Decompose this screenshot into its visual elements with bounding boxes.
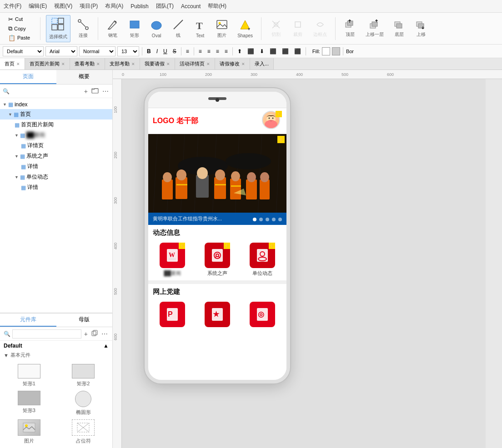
select-tool-button[interactable]: 选择模式: [46, 15, 70, 42]
comp-copy-button[interactable]: [90, 329, 99, 338]
style-select[interactable]: Default: [3, 46, 44, 56]
tab-leave-close[interactable]: ✕: [166, 62, 170, 66]
paste-button[interactable]: 📋Paste: [6, 34, 32, 42]
tab-branch-close[interactable]: ✕: [131, 62, 135, 66]
icon-item-yaowen[interactable]: ⚡ W ██要闻: [152, 243, 193, 277]
icon-item-party2[interactable]: ★: [197, 302, 238, 327]
tab-leave-edit[interactable]: 请假修改 ✕: [215, 58, 250, 70]
tab-news[interactable]: 首页图片新闻 ✕: [25, 58, 70, 70]
tab-input[interactable]: 录入...: [250, 58, 274, 70]
pen-icon: [106, 18, 119, 32]
spacing-button[interactable]: ⬛: [280, 47, 291, 55]
tab-attendance-close[interactable]: ✕: [96, 62, 100, 66]
menu-publish[interactable]: Publish: [131, 3, 148, 10]
tab-news-close[interactable]: ✕: [61, 62, 65, 66]
comp-item-rect2[interactable]: 矩形2: [58, 364, 109, 387]
list-button[interactable]: ≡: [184, 47, 191, 55]
menu-project[interactable]: 项目(P): [80, 2, 98, 10]
image-tool-button[interactable]: 图片: [213, 16, 231, 40]
comp-item-rect1[interactable]: 矩形1: [4, 364, 55, 387]
shapes-tool-button[interactable]: ▾ Shapes: [235, 17, 256, 40]
crop-button[interactable]: 裁剪: [289, 17, 307, 40]
text-tool-button[interactable]: T Text: [191, 17, 209, 40]
fill-color-box[interactable]: [322, 47, 330, 55]
fill-color-box2[interactable]: [332, 47, 340, 55]
tab-leave-edit-close[interactable]: ✕: [241, 62, 245, 66]
copy-button[interactable]: ⧉Copy: [6, 24, 32, 33]
align-left-button[interactable]: ≡: [197, 47, 204, 55]
tab-homepage[interactable]: 首页 ✕: [0, 58, 25, 70]
comp-search-input[interactable]: [12, 329, 81, 338]
weight-select[interactable]: Normal: [79, 46, 115, 56]
panel-add-folder-button[interactable]: [90, 86, 100, 96]
tree-item-detail2[interactable]: ▦ 详情: [0, 161, 112, 172]
canvas-inner: LOGO 老干部: [122, 79, 486, 448]
comp-item-image[interactable]: 图片: [4, 419, 55, 444]
menu-file[interactable]: 文件(F): [4, 2, 21, 10]
icon-item-party3[interactable]: ◎: [241, 302, 283, 327]
strikethrough-button[interactable]: S: [171, 47, 178, 55]
tab-attendance[interactable]: 查看考勤 ✕: [70, 58, 105, 70]
valign-middle-button[interactable]: ⬛: [246, 47, 256, 55]
size-select[interactable]: 13: [117, 46, 139, 56]
tab-activity-close[interactable]: ✕: [206, 62, 210, 66]
comp-tab-master[interactable]: 母版: [56, 314, 113, 327]
italic-button[interactable]: I: [155, 47, 160, 55]
panel-add-page-button[interactable]: +: [83, 87, 89, 96]
menu-account[interactable]: Account: [181, 3, 201, 10]
canvas-scroll[interactable]: LOGO 老干部: [122, 79, 502, 448]
menu-team[interactable]: 团队(T): [156, 2, 174, 10]
icon-item-party1[interactable]: P: [152, 302, 193, 327]
line-tool-button[interactable]: 线: [169, 16, 187, 40]
align-right-button[interactable]: ≡: [214, 47, 221, 55]
move-up-button[interactable]: 上移一层: [363, 17, 387, 40]
menu-view[interactable]: 视图(V): [54, 2, 72, 10]
valign-bottom-button[interactable]: ⬇: [258, 47, 266, 55]
cut-button[interactable]: ✂Cut: [6, 15, 32, 24]
tree-item-voice[interactable]: ▼ ▦ 系统之声: [0, 151, 112, 161]
font-select[interactable]: Arial: [45, 46, 77, 56]
underline-button[interactable]: U: [161, 47, 169, 55]
tree-item-index[interactable]: ▼ ▦ index: [0, 100, 112, 109]
tree-item-homepage[interactable]: ▼ ▦ 首页: [0, 109, 112, 119]
spacing2-button[interactable]: ⬛: [292, 47, 303, 55]
menu-layout[interactable]: 布局(A): [105, 2, 123, 10]
pen-tool-button[interactable]: 钢笔: [104, 16, 122, 40]
comp-item-placeholder[interactable]: 占位符: [58, 419, 109, 444]
comp-section-default[interactable]: Default ▲: [0, 341, 112, 351]
tree-item-detail1[interactable]: ▦ 详情页: [0, 140, 112, 151]
tree-item-news[interactable]: ▦ 首页图片新闻: [0, 119, 112, 130]
bold-button[interactable]: B: [145, 47, 153, 55]
panel-tab-pages[interactable]: 页面: [0, 70, 56, 84]
bottom-layer-button[interactable]: 底层: [390, 17, 408, 40]
icon-item-voice[interactable]: ⚡ 系统之声: [197, 243, 238, 277]
tree-item-unit[interactable]: ▼ ▦ 单位动态: [0, 172, 112, 182]
tab-homepage-close[interactable]: ✕: [16, 62, 20, 66]
comp-more-button[interactable]: ⋯: [100, 329, 109, 338]
comp-item-circle[interactable]: 椭圆形: [58, 391, 109, 416]
oval-tool-button[interactable]: Oval: [147, 17, 166, 40]
menu-edit[interactable]: 编辑(E): [29, 2, 47, 10]
menu-help[interactable]: 帮助(H): [208, 2, 226, 10]
distribute-button[interactable]: ⬛: [268, 47, 278, 55]
rect-tool-button[interactable]: 矩形: [126, 16, 144, 40]
connect-tool-button[interactable]: 连接: [74, 16, 92, 40]
valign-top-button[interactable]: ⬆: [236, 47, 244, 55]
tab-activity[interactable]: 活动详情页 ✕: [175, 58, 215, 70]
comp-item-rect3[interactable]: 矩形3: [4, 391, 55, 416]
border-button[interactable]: 边框点: [311, 17, 330, 40]
align-justify-button[interactable]: ≡: [223, 47, 230, 55]
move-down-button[interactable]: 上移: [412, 17, 430, 40]
align-center-button[interactable]: ≡: [206, 47, 212, 55]
comp-add-button[interactable]: +: [83, 329, 89, 338]
tab-leave[interactable]: 我要请假 ✕: [140, 58, 175, 70]
top-layer-button[interactable]: 顶层: [341, 17, 359, 40]
icon-item-unit[interactable]: ⚡ 单位动态: [241, 243, 283, 277]
panel-tab-outline[interactable]: 概要: [56, 70, 113, 84]
cut2-button[interactable]: 切割: [267, 17, 285, 40]
tab-branch[interactable]: 支部考勤 ✕: [105, 58, 140, 70]
panel-more-button[interactable]: ⋯: [101, 87, 110, 96]
tree-item-yaowen[interactable]: ▼ ▦ ██要闻: [0, 130, 112, 140]
comp-tab-library[interactable]: 元件库: [0, 314, 56, 327]
tree-item-detail3[interactable]: ▦ 详情: [0, 182, 112, 193]
